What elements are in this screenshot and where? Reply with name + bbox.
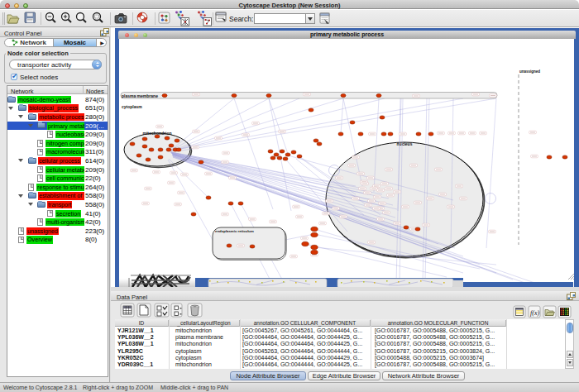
svg-text:f(x): f(x): [530, 309, 539, 317]
svg-text:endoplasmic reticulum: endoplasmic reticulum: [215, 229, 254, 233]
svg-text:unassigned: unassigned: [519, 69, 540, 74]
svg-text:nucleus: nucleus: [397, 141, 413, 146]
svg-text:plasma membrane: plasma membrane: [122, 93, 158, 98]
svg-text:cytoplasm: cytoplasm: [122, 104, 142, 109]
